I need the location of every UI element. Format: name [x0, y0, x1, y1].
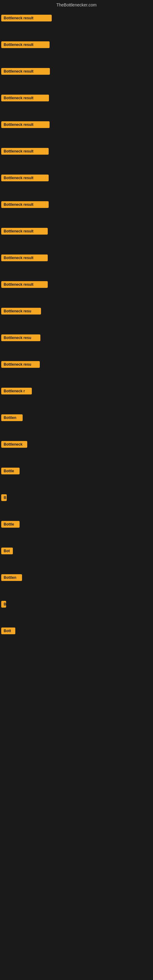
bottleneck-badge-22[interactable]: Bottlen [1, 574, 22, 581]
result-row-6: Bottleneck result [0, 131, 153, 158]
bottleneck-badge-10[interactable]: Bottleneck result [1, 255, 48, 261]
result-row-8: Bottleneck result [0, 185, 153, 211]
bottleneck-badge-7[interactable]: Bottleneck result [1, 175, 49, 181]
result-row-9: Bottleneck result [0, 211, 153, 238]
bottleneck-badge-12[interactable]: Bottleneck resu [1, 308, 41, 315]
result-row-19: B [0, 477, 153, 504]
result-row-2: Bottleneck result [0, 24, 153, 51]
result-row-15: Bottleneck r [0, 371, 153, 398]
bottleneck-badge-24[interactable]: Bott [1, 627, 15, 634]
bottleneck-badge-15[interactable]: Bottleneck r [1, 388, 32, 395]
result-row-13: Bottleneck resu [0, 318, 153, 344]
site-title: TheBottlenecker.com [0, 0, 153, 9]
result-row-14: Bottleneck resu [0, 344, 153, 371]
result-row-10: Bottleneck result [0, 238, 153, 264]
result-row-23: B [0, 584, 153, 611]
bottleneck-badge-18[interactable]: Bottle [1, 468, 19, 474]
bottleneck-badge-14[interactable]: Bottleneck resu [1, 361, 40, 368]
site-title-container: TheBottlenecker.com [0, 0, 153, 9]
bottleneck-badge-1[interactable]: Bottleneck result [1, 15, 52, 21]
result-row-3: Bottleneck result [0, 51, 153, 78]
result-row-12: Bottleneck resu [0, 291, 153, 318]
bottleneck-badge-13[interactable]: Bottleneck resu [1, 334, 40, 341]
results-container: Bottleneck resultBottleneck resultBottle… [0, 9, 153, 637]
result-row-16: Bottlen [0, 398, 153, 424]
bottleneck-badge-5[interactable]: Bottleneck result [1, 121, 49, 128]
bottleneck-badge-19[interactable]: B [1, 494, 7, 501]
bottleneck-badge-11[interactable]: Bottleneck result [1, 281, 48, 288]
result-row-21: Bot [0, 531, 153, 557]
bottleneck-badge-4[interactable]: Bottleneck result [1, 95, 49, 101]
result-row-11: Bottleneck result [0, 264, 153, 291]
bottleneck-badge-17[interactable]: Bottleneck [1, 441, 27, 448]
result-row-17: Bottleneck [0, 424, 153, 451]
result-row-22: Bottlen [0, 557, 153, 584]
bottleneck-badge-6[interactable]: Bottleneck result [1, 148, 49, 155]
bottleneck-badge-8[interactable]: Bottleneck result [1, 201, 49, 208]
result-row-20: Bottle [0, 504, 153, 531]
bottleneck-badge-16[interactable]: Bottlen [1, 414, 22, 421]
result-row-7: Bottleneck result [0, 158, 153, 185]
bottleneck-badge-9[interactable]: Bottleneck result [1, 228, 48, 235]
bottleneck-badge-3[interactable]: Bottleneck result [1, 68, 50, 75]
bottleneck-badge-2[interactable]: Bottleneck result [1, 41, 49, 48]
result-row-1: Bottleneck result [0, 9, 153, 24]
result-row-5: Bottleneck result [0, 105, 153, 131]
bottleneck-badge-20[interactable]: Bottle [1, 521, 19, 528]
result-row-4: Bottleneck result [0, 78, 153, 105]
bottleneck-badge-23[interactable]: B [1, 601, 6, 608]
result-row-18: Bottle [0, 451, 153, 477]
result-row-24: Bott [0, 611, 153, 637]
bottleneck-badge-21[interactable]: Bot [1, 547, 13, 554]
